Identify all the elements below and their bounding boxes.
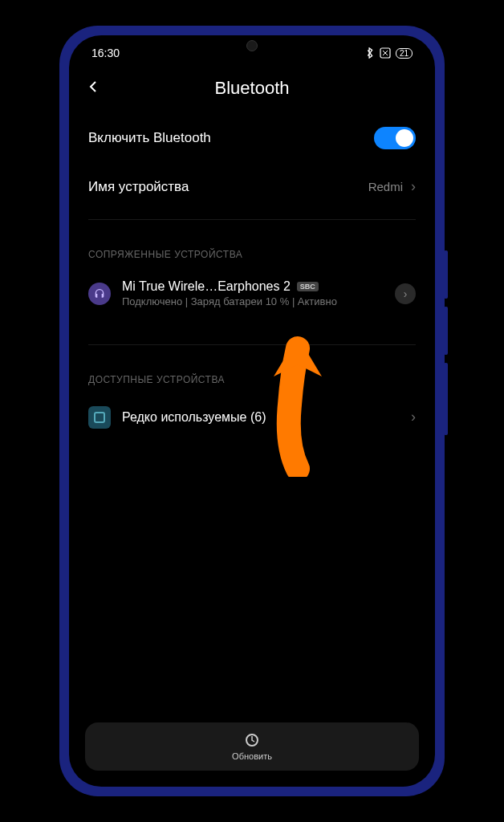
page-title: Bluetooth bbox=[215, 78, 290, 99]
volume-up-button bbox=[444, 250, 448, 299]
available-section-header: ДОСТУПНЫЕ УСТРОЙСТВА bbox=[88, 355, 416, 393]
refresh-label: Обновить bbox=[232, 751, 272, 761]
headphones-icon bbox=[88, 283, 111, 305]
device-details-button[interactable]: › bbox=[395, 283, 416, 304]
codec-badge: SBC bbox=[297, 282, 319, 291]
bluetooth-toggle[interactable] bbox=[374, 127, 416, 149]
back-button[interactable] bbox=[85, 77, 109, 100]
status-icons: 21 bbox=[365, 47, 413, 59]
paired-device-status: Подключено | Заряд батареи 10 % | Активн… bbox=[122, 295, 384, 309]
header: Bluetooth bbox=[69, 64, 435, 112]
rarely-used-label: Редко используемые (6) bbox=[122, 410, 400, 425]
status-time: 16:30 bbox=[91, 47, 120, 59]
device-name-value-group: Redmi › bbox=[368, 178, 416, 195]
device-name-value: Redmi bbox=[368, 180, 403, 193]
content: Включить Bluetooth Имя устройства Redmi … bbox=[69, 112, 435, 442]
rarely-used-row[interactable]: Редко используемые (6) › bbox=[88, 393, 416, 442]
divider bbox=[88, 219, 416, 220]
chevron-right-icon: › bbox=[411, 178, 416, 195]
bluetooth-status-icon bbox=[365, 47, 375, 59]
chevron-right-icon: › bbox=[411, 409, 416, 425]
paired-device-name: Mi True Wirele…Earphones 2 bbox=[122, 279, 291, 294]
device-name-label: Имя устройства bbox=[88, 179, 189, 195]
volume-down-button bbox=[444, 307, 448, 355]
screen: 16:30 21 Bluetooth Включить Bluetooth Им… bbox=[69, 35, 435, 787]
device-name-row[interactable]: Имя устройства Redmi › bbox=[88, 164, 416, 210]
nfc-status-icon bbox=[380, 47, 391, 59]
paired-device-row[interactable]: Mi True Wirele…Earphones 2 SBC Подключен… bbox=[88, 268, 416, 320]
paired-section-header: СОПРЯЖЕННЫЕ УСТРОЙСТВА bbox=[88, 230, 416, 268]
refresh-button[interactable]: Обновить bbox=[85, 722, 419, 771]
chevron-right-icon: › bbox=[404, 287, 408, 300]
rarely-used-icon bbox=[88, 406, 111, 429]
device-info: Mi True Wirele…Earphones 2 SBC Подключен… bbox=[122, 279, 384, 309]
power-button bbox=[444, 363, 448, 435]
refresh-icon bbox=[244, 732, 260, 748]
bluetooth-toggle-row[interactable]: Включить Bluetooth bbox=[88, 112, 416, 164]
divider bbox=[88, 344, 416, 345]
camera-notch bbox=[246, 40, 258, 51]
device-name-row-inner: Mi True Wirele…Earphones 2 SBC bbox=[122, 279, 384, 294]
bluetooth-toggle-label: Включить Bluetooth bbox=[88, 130, 211, 146]
phone-frame: 16:30 21 Bluetooth Включить Bluetooth Им… bbox=[59, 26, 445, 796]
battery-icon: 21 bbox=[396, 48, 413, 59]
